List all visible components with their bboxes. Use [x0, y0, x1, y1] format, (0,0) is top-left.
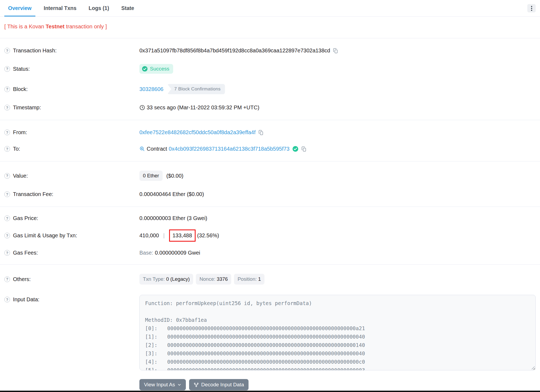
gas-used-value: 133,488 — [173, 232, 192, 238]
help-icon: ? — [4, 191, 10, 197]
row-to: ?To: Contract 0x4cb093f226983713164a6213… — [0, 141, 540, 157]
gas-limit-value: 410,000 — [139, 232, 159, 239]
row-others: ?Others: Txn Type: 0 (Legacy) Nonce: 337… — [0, 269, 540, 290]
chevron-down-icon — [177, 383, 181, 387]
help-icon: ? — [4, 297, 10, 302]
annotation-highlight-box: 133,488 — [169, 229, 196, 242]
check-circle-icon — [142, 66, 148, 72]
pipe-separator: | — [163, 232, 165, 239]
tab-state[interactable]: State — [118, 0, 138, 16]
kebab-dot — [531, 10, 532, 11]
ether-value-badge: 0 Ether — [139, 171, 163, 181]
row-block: ?Block: 30328606 7 Block Confirmations — [0, 79, 540, 99]
row-timestamp: ?Timestamp: 33 secs ago (Mar-11-2022 03:… — [0, 99, 540, 116]
code-fork-icon — [194, 382, 199, 387]
section-from-to: ?From: 0xfee7522e8482682cf50ddc50a0f8da2… — [0, 120, 540, 161]
timestamp-value: 33 secs ago (Mar-11-2022 03:59:32 PM +UT… — [147, 104, 259, 111]
gas-used-percent: (32.56%) — [197, 232, 219, 239]
input-data-textarea[interactable]: Function: performUpkeep(uint256 id, byte… — [139, 295, 536, 370]
help-icon: ? — [4, 233, 10, 238]
verified-check-icon — [292, 146, 298, 152]
row-label: From: — [13, 129, 27, 136]
row-label: Input Data: — [13, 296, 39, 303]
nonce-badge: Nonce: 3376 — [196, 274, 231, 285]
row-gas-limit-usage: ?Gas Limit & Usage by Txn: 410,000 | 133… — [0, 227, 540, 245]
base-fee-label: Base: — [139, 250, 153, 256]
copy-icon[interactable] — [258, 130, 264, 135]
magnifier-plus-icon[interactable] — [139, 146, 145, 152]
row-label: Block: — [13, 86, 28, 92]
tab-bar: Overview Internal Txns Logs (1) State — [0, 0, 540, 17]
screenshot-bottom-edge — [0, 391, 540, 392]
row-label: Value: — [13, 173, 28, 179]
status-badge: Success — [139, 64, 173, 74]
row-label: Gas Limit & Usage by Txn: — [13, 232, 77, 239]
row-label: Others: — [13, 276, 31, 282]
row-label: Gas Price: — [13, 215, 38, 221]
input-function-line: Function: performUpkeep(uint256 id, byte… — [145, 299, 535, 307]
base-fee-value: 0.000000009 Gwei — [155, 250, 200, 256]
input-word-row: [1]:000000000000000000000000000000000000… — [145, 333, 535, 341]
transaction-hash-value: 0x371a51097fb78df856f8b4a7bd459f192d8cc8… — [139, 48, 330, 54]
help-icon: ? — [4, 105, 10, 110]
help-icon: ? — [4, 130, 10, 135]
help-icon: ? — [4, 250, 10, 256]
row-label: Gas Fees: — [13, 250, 38, 256]
help-icon: ? — [4, 48, 10, 53]
help-icon: ? — [4, 146, 10, 152]
row-label: To: — [13, 146, 20, 152]
tab-internal-txns[interactable]: Internal Txns — [40, 0, 80, 16]
kebab-dot — [531, 8, 532, 9]
copy-icon[interactable] — [333, 48, 338, 53]
kebab-menu-button[interactable] — [527, 4, 536, 12]
from-address-link[interactable]: 0xfee7522e8482682cf50ddc50a0f8da2a39effa… — [139, 129, 256, 136]
tab-logs[interactable]: Logs (1) — [85, 0, 113, 16]
row-label: Transaction Fee: — [13, 191, 53, 197]
copy-icon[interactable] — [301, 146, 307, 152]
txn-type-badge: Txn Type: 0 (Legacy) — [139, 274, 193, 285]
section-others-input: ?Others: Txn Type: 0 (Legacy) Nonce: 337… — [0, 265, 540, 392]
block-confirmations-badge: 7 Block Confirmations — [167, 84, 225, 94]
to-address-link[interactable]: 0x4cb093f226983713164a62138c3f718a5b595f… — [169, 146, 290, 152]
position-badge: Position: 1 — [234, 274, 264, 285]
transaction-overview-page: Overview Internal Txns Logs (1) State [ … — [0, 0, 540, 392]
row-label: Status: — [13, 66, 30, 72]
gas-price-value: 0.000000003 Ether (3 Gwei) — [139, 215, 207, 221]
block-number-link[interactable]: 30328606 — [139, 86, 163, 92]
input-word-row: [3]:000000000000000000000000000000000000… — [145, 349, 535, 358]
row-input-data: ?Input Data: Function: performUpkeep(uin… — [0, 290, 540, 376]
help-icon: ? — [4, 86, 10, 92]
help-icon: ? — [4, 66, 10, 72]
input-methodid-line: MethodID: 0x7bbaf1ea — [145, 316, 535, 324]
usd-value: ($0.00) — [166, 173, 183, 179]
input-word-row: [2]:000000000000000000000000000000000000… — [145, 341, 535, 349]
input-word-row: [4]:000000000000000000000000000000000000… — [145, 358, 535, 366]
kebab-dot — [531, 6, 532, 7]
help-icon: ? — [4, 173, 10, 179]
clock-icon — [139, 105, 145, 110]
input-data-actions: View Input As Decode Input Data — [139, 379, 540, 390]
row-value: ?Value: 0 Ether ($0.00) — [0, 165, 540, 186]
help-icon: ? — [4, 215, 10, 221]
row-gas-fees: ?Gas Fees: Base: 0.000000009 Gwei — [0, 245, 540, 261]
row-transaction-hash: ?Transaction Hash: 0x371a51097fb78df856f… — [0, 42, 540, 59]
row-from: ?From: 0xfee7522e8482682cf50ddc50a0f8da2… — [0, 124, 540, 141]
row-gas-price: ?Gas Price: 0.000000003 Ether (3 Gwei) — [0, 210, 540, 227]
decode-input-data-button[interactable]: Decode Input Data — [189, 379, 249, 390]
testnet-banner: [ This is a Kovan Testnet transaction on… — [0, 17, 540, 38]
transaction-fee-value: 0.000400464 Ether ($0.00) — [139, 191, 204, 197]
row-status: ?Status: Success — [0, 59, 540, 79]
to-kind-label: Contract — [147, 146, 167, 152]
input-word-row: [0]:000000000000000000000000000000000000… — [145, 324, 535, 333]
help-icon: ? — [4, 276, 10, 282]
row-transaction-fee: ?Transaction Fee: 0.000400464 Ether ($0.… — [0, 186, 540, 202]
row-label: Timestamp: — [13, 104, 41, 111]
view-input-as-button[interactable]: View Input As — [139, 379, 186, 390]
section-value-fee: ?Value: 0 Ether ($0.00) ?Transaction Fee… — [0, 161, 540, 207]
section-hash-status-block-time: ?Transaction Hash: 0x371a51097fb78df856f… — [0, 38, 540, 120]
input-word-row: [5]:000000000000000000000000000000000000… — [145, 366, 535, 370]
section-gas: ?Gas Price: 0.000000003 Ether (3 Gwei) ?… — [0, 207, 540, 264]
tab-overview[interactable]: Overview — [4, 0, 35, 16]
row-label: Transaction Hash: — [13, 48, 57, 54]
